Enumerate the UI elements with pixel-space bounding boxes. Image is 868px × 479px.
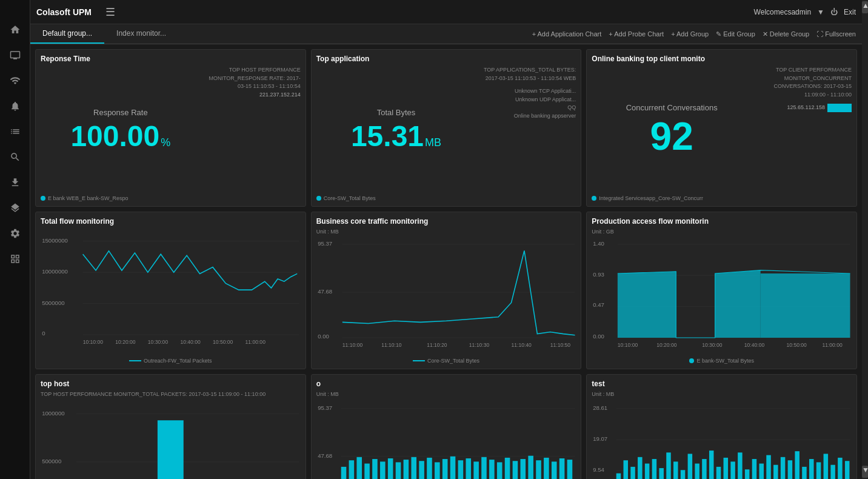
add-group-button[interactable]: + Add Group (671, 30, 709, 38)
svg-text:11:10:50: 11:10:50 (550, 342, 570, 348)
svg-text:11:10:00: 11:10:00 (342, 342, 363, 348)
fullscreen-button[interactable]: ⛶ Fullscreen (816, 30, 856, 38)
svg-text:10:20:00: 10:20:00 (656, 342, 677, 348)
top-app-info-title: TOP APPLICATIONS_TOTAL BYTES: 2017-03-15… (479, 66, 576, 82)
svg-rect-70 (435, 462, 440, 479)
svg-rect-113 (695, 464, 700, 479)
svg-rect-110 (673, 461, 678, 479)
online-banking-ip: 125.65.112.158 (787, 104, 825, 112)
business-core-chart-area: Unit : MB 95.37 47.68 0.00 11:10:00 11:1… (316, 229, 576, 364)
svg-text:10:50:00: 10:50:00 (787, 342, 807, 348)
business-core-unit: Unit : MB (316, 229, 576, 235)
response-info-title: TOP HOST PERFORMANCE MONITOR_RESPONSE RA… (204, 66, 301, 91)
scrollbar-down[interactable]: ▼ (862, 466, 868, 478)
svg-text:28.61: 28.61 (593, 404, 607, 411)
search-icon[interactable] (4, 146, 26, 168)
svg-rect-130 (816, 462, 821, 479)
add-app-chart-button[interactable]: + Add Application Chart (532, 30, 602, 38)
svg-text:15000000: 15000000 (42, 237, 68, 244)
total-flow-legend: Outreach-FW_Total Packets (41, 358, 301, 364)
top-host-svg: 1000000 500000 0 221.237.152.213 (41, 400, 301, 479)
chevron-down-icon[interactable]: ▼ (817, 8, 824, 16)
list-icon[interactable] (4, 121, 26, 142)
svg-rect-123 (767, 455, 772, 479)
svg-rect-120 (745, 469, 750, 479)
layers-icon[interactable] (4, 197, 26, 219)
scrollbar[interactable]: ▲ ▼ (862, 0, 868, 479)
svg-rect-128 (803, 467, 807, 479)
header-left: Colasoft UPM ☰ (36, 3, 120, 21)
top-host-title: top host (41, 380, 301, 388)
top-app-info: TOP APPLICATIONS_TOTAL BYTES: 2017-03-15… (479, 66, 576, 193)
svg-rect-107 (652, 459, 657, 479)
tabs: Default group... Index monitor... (30, 24, 526, 44)
o-chart-card: o Unit : MB 95.37 47.68 0.00 (311, 374, 582, 479)
app-item-3: QQ (479, 104, 576, 112)
header: Colasoft UPM ☰ Welcomecsadmin ▼ ⏻ Exit (30, 0, 862, 24)
tab-default-group[interactable]: Default group... (30, 24, 104, 44)
edit-group-button[interactable]: ✎ Edit Group (716, 30, 755, 38)
business-core-svg: 95.37 47.68 0.00 11:10:00 11:10:10 11:10… (316, 236, 576, 357)
grid-icon[interactable] (4, 248, 26, 270)
svg-marker-35 (676, 272, 712, 338)
svg-text:10:40:00: 10:40:00 (744, 342, 765, 348)
svg-rect-86 (559, 458, 564, 479)
svg-rect-122 (760, 464, 764, 479)
production-flow-svg: 1.40 0.93 0.47 0.00 10:10:00 (592, 236, 852, 357)
svg-rect-117 (724, 458, 729, 479)
response-dot (41, 196, 45, 201)
o-chart-area: Unit : MB 95.37 47.68 0.00 (316, 391, 576, 479)
svg-text:0: 0 (42, 330, 45, 337)
app-item-1: Unknown TCP Applicati... (479, 87, 576, 96)
response-time-title: Reponse Time (41, 55, 301, 63)
svg-text:47.68: 47.68 (318, 452, 332, 459)
monitor-icon[interactable] (4, 44, 26, 66)
svg-rect-78 (497, 462, 502, 479)
svg-rect-87 (567, 460, 572, 479)
svg-text:11:10:10: 11:10:10 (381, 342, 402, 348)
online-banking-info: TOP CLIENT PERFORMANCE MONITOR_CONCURREN… (755, 66, 852, 193)
add-probe-chart-button[interactable]: + Add Probe Chart (609, 30, 664, 38)
svg-rect-102 (616, 474, 621, 479)
concurrent-conv-label: Concurrent Conversations (626, 103, 718, 112)
svg-rect-71 (442, 459, 448, 479)
alert-icon[interactable] (4, 95, 26, 117)
svg-rect-77 (489, 460, 495, 479)
delete-group-button[interactable]: ✕ Delete Group (763, 30, 809, 38)
exit-button[interactable]: Exit (844, 8, 856, 16)
home-icon[interactable] (4, 19, 26, 41)
top-app-dot (316, 196, 321, 201)
app-item-4: Online banking appserver (479, 112, 576, 121)
response-rate-value: 100.00 (70, 122, 159, 151)
svg-text:500000: 500000 (42, 458, 61, 464)
svg-rect-133 (838, 458, 843, 479)
network-icon[interactable] (4, 70, 26, 92)
app-item-2: Unknown UDP Applicat... (479, 96, 576, 104)
svg-text:10:30:00: 10:30:00 (148, 339, 169, 345)
svg-text:10:10:00: 10:10:00 (83, 339, 104, 345)
response-time-info: TOP HOST PERFORMANCE MONITOR_RESPONSE RA… (204, 66, 301, 193)
svg-rect-105 (638, 457, 643, 479)
download-icon[interactable] (4, 172, 26, 193)
svg-rect-59 (349, 460, 354, 479)
tab-index-monitor[interactable]: Index monitor... (104, 24, 178, 44)
svg-rect-66 (403, 460, 409, 479)
top-host-card: top host TOP HOST PERFORMANCE MONITOR_TO… (35, 374, 306, 479)
svg-text:47.68: 47.68 (318, 288, 332, 295)
scrollbar-up[interactable]: ▲ (862, 1, 868, 13)
svg-rect-129 (809, 459, 814, 479)
svg-rect-84 (544, 458, 549, 479)
svg-text:5000000: 5000000 (42, 300, 64, 306)
o-chart-svg: 95.37 47.68 0.00 (316, 398, 576, 479)
svg-rect-119 (738, 452, 743, 479)
svg-rect-62 (372, 459, 378, 479)
svg-rect-132 (831, 465, 836, 479)
svg-rect-75 (473, 461, 479, 479)
hamburger-button[interactable]: ☰ (101, 3, 120, 21)
top-host-info: TOP HOST PERFORMANCE MONITOR_TOTAL PACKE… (41, 391, 301, 397)
svg-rect-126 (788, 460, 793, 479)
settings-icon[interactable] (4, 223, 26, 244)
total-bytes-unit: MB (425, 136, 441, 149)
svg-rect-80 (512, 461, 518, 479)
svg-rect-103 (624, 460, 629, 479)
